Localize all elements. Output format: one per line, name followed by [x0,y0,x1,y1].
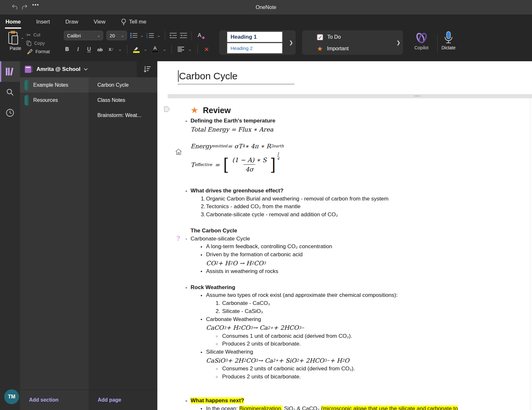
styles-expand-chevron[interactable]: ❯ [289,40,293,45]
numbered-item[interactable]: 2.Silicate - CaSiO₃ [191,308,507,316]
section-tab-icon [25,95,29,105]
numbered-item[interactable]: 1.Carbonate - CaCO₃ [191,299,507,308]
bullet-item[interactable]: •A long-term feedback, controlling CO₂ c… [191,243,507,251]
italic-button[interactable]: I [75,45,81,54]
bullet-item[interactable]: •Assume two types of rock exist (and app… [191,291,507,299]
tab-tell-me[interactable]: Tell me [120,17,147,27]
alignment-chevron[interactable]: ⌄ [188,48,192,51]
alignment-button[interactable] [178,45,184,54]
notebook-header[interactable]: Amrita @ School [20,61,157,77]
blank-line [191,134,507,142]
section-item[interactable]: Example Notes [20,77,89,93]
line-text: Rock Weathering [191,284,235,291]
outline-item[interactable]: -Rock Weathering [191,283,507,291]
line-text: Defining the Earth's temperature [191,118,275,124]
page-canvas[interactable]: Carbon Cycle •••• ★ Review -Defining the… [157,61,532,410]
numbering-chevron[interactable]: ⌄ [157,34,161,37]
sub-bullet-item[interactable]: ○Consumes 1 unit of carbonic acid (deriv… [191,332,507,340]
page-flag-icon[interactable] [164,106,170,112]
outline-item[interactable]: -What happens next? [191,397,507,405]
recent-notes-rail-button[interactable] [0,102,20,123]
equation-line[interactable]: Total Energy = Flux ∗ Area [191,125,507,134]
sub-bullet-item[interactable]: ○Consumes 2 units of carbonic acid (deri… [191,365,507,373]
outline-item[interactable]: -What drives the greenhouse effect? [191,187,507,195]
format-painter-button[interactable]: Format [26,48,50,55]
line-text: A long-term feedback, controlling CO₂ co… [206,243,332,250]
tab-home[interactable]: Home [5,17,21,26]
bullets-button[interactable] [130,31,137,40]
numbered-item[interactable]: 3.Carbonate-silicate cycle - removal and… [191,211,507,219]
ribbon: HomeInsertDrawViewTell me ⌄ Paste ✂ Cut … [0,15,532,63]
search-rail-button[interactable] [0,82,20,102]
equation-line[interactable]: Energyemitted = σT4 ∗ 4π ∗ R2earth [191,142,507,151]
bullet-item[interactable]: •In the ocean: Biomineralization. SiO₂ &… [191,405,507,410]
clear-formatting-button[interactable]: A◼ [196,31,203,40]
font-color-chevron[interactable]: ⌄ [163,48,166,51]
tag-important[interactable]: ★Important [317,44,349,54]
tab-draw[interactable]: Draw [65,17,79,26]
page-item[interactable]: Brainstorm: Weat... [89,108,157,123]
bullet-item[interactable]: •Driven by the formation of carbonic aci… [191,251,507,259]
sub-bullet-item[interactable]: ○Produces 2 units of bicarbonate. [191,340,507,348]
bold-button[interactable]: B [64,45,70,54]
section-item[interactable]: Resources [20,93,89,108]
increase-indent-button[interactable] [180,31,187,40]
outline-item[interactable]: -Defining the Earth's temperature [191,117,507,125]
decrease-indent-button[interactable] [170,31,177,40]
subscript-button[interactable]: x2 [108,45,114,54]
bullets-chevron[interactable]: ⌄ [140,34,144,37]
page-item[interactable]: Class Notes [89,93,157,108]
delete-button[interactable]: ✕ [203,45,210,54]
tab-insert[interactable]: Insert [35,17,51,26]
dictate-button[interactable]: Dictate [437,31,460,50]
underline-button[interactable]: U [86,45,92,54]
page-item[interactable]: Carbon Cycle [89,77,157,93]
notebooks-rail-button[interactable] [0,61,20,82]
dictate-label: Dictate [437,45,460,50]
numbered-item[interactable]: 1.Organic Carbon Burial and weathering -… [191,195,507,203]
highlight-button[interactable] [133,45,140,54]
copy-button[interactable]: Copy [26,40,50,47]
note-body[interactable]: ★ Review -Defining the Earth's temperatu… [191,98,507,410]
tags-expand-chevron[interactable]: ❯ [396,40,400,45]
add-section-button[interactable]: Add section [29,397,59,403]
paste-button[interactable]: ⌄ Paste [4,31,27,51]
style-heading-2[interactable]: Heading 2 [227,43,282,54]
font-color-button[interactable]: A [152,45,159,54]
page-title[interactable]: Carbon Cycle [178,70,238,83]
cut-button[interactable]: ✂ Cut [26,31,50,38]
equation-line[interactable]: CaCO3 + H2CO3 → Ca2+ + 2HCO3− [191,323,507,332]
bullet-item[interactable]: •Carbonate Weathering [191,315,507,323]
note-container-handle[interactable]: •••• [168,94,532,98]
paste-dropdown-chevron[interactable]: ⌄ [20,36,24,39]
account-avatar[interactable]: TM [4,389,19,404]
tag-to-do[interactable]: To Do [317,32,341,42]
tab-view[interactable]: View [93,17,106,26]
font-family-select[interactable]: Calibri⌄ [64,31,103,40]
add-page-button[interactable]: Add page [98,397,121,403]
strikethrough-button[interactable]: ab [97,45,103,54]
sub-bullet-item[interactable]: ○Produces 2 units of bicarbonate. [191,373,507,381]
script-chevron[interactable]: ⌄ [118,48,122,51]
sort-pages-button[interactable] [137,61,157,77]
style-heading-1[interactable]: Heading 1 [227,32,282,42]
numbered-item[interactable]: 2.Tectonics - added CO₂ from the mantle [191,203,507,211]
bullet-item[interactable]: •Assists in weathering of rocks [191,268,507,276]
important-star-icon[interactable]: ★ [191,106,198,115]
equation-line[interactable]: CaSiO3 + 2H2CO3 → Ca2+ + SiO2 + 2HCO3− +… [191,356,507,365]
outline-subheading[interactable]: The Carbon Cycle [191,227,507,235]
numbering-button[interactable]: 1 2 3 [146,31,154,40]
copilot-button[interactable]: Copilot [410,31,433,50]
equation-effective-temperature[interactable]: Teffective=[(1 − A) ∗ S4σ]14 [191,151,507,179]
page-label: Brainstorm: Weat... [97,112,142,118]
line-text: Consumes 2 units of carbonic acid (deriv… [222,366,355,372]
highlight-chevron[interactable]: ⌄ [144,48,148,51]
copilot-label: Copilot [410,45,433,50]
font-size-select[interactable]: 20⌄ [106,31,127,40]
equation-line[interactable]: CO2 + H2O → H2CO3 [191,259,507,268]
add-section-bar: Add section [20,390,89,410]
home-icon[interactable] [175,149,182,155]
outline-item[interactable]: -Carbonate-silicate Cycle? [191,235,507,243]
question-tag-icon[interactable]: ? [176,235,180,242]
bullet-item[interactable]: •Silicate Weathering [191,348,507,356]
